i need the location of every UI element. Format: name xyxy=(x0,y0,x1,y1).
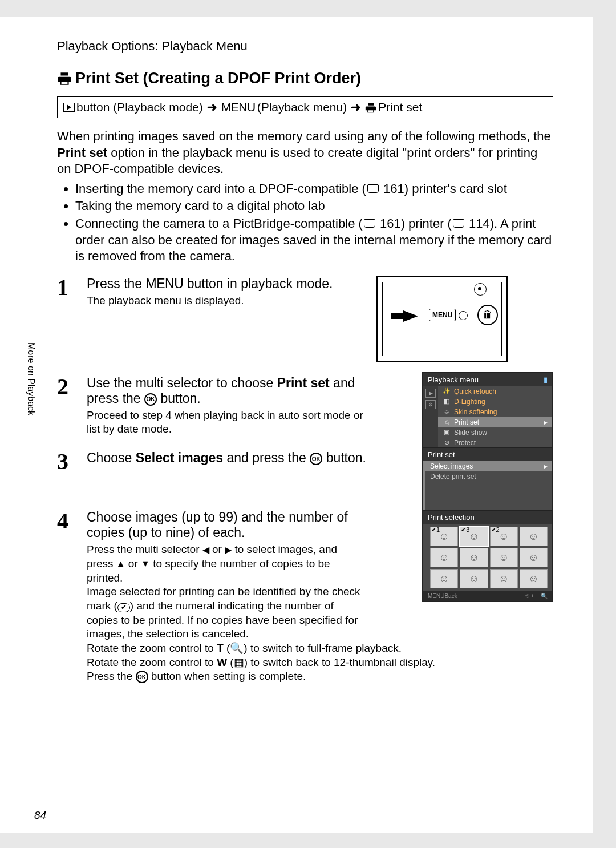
breadcrumb-part-3: (Playback menu) xyxy=(257,100,347,114)
thumbnail: ✔1☺ xyxy=(430,527,458,546)
checkmark-icon: ✔ xyxy=(117,603,130,612)
lcd-item-skin-softening: ☺Skin softening xyxy=(438,407,552,417)
book-icon xyxy=(364,219,375,228)
manual-page: Playback Options: Playback Menu Print Se… xyxy=(0,17,593,833)
lcd-item-quick-retouch: ✨Quick retouch xyxy=(438,386,552,397)
up-triangle-icon: ▲ xyxy=(116,558,125,570)
left-triangle-icon: ◀ xyxy=(202,544,209,556)
step-4: 4 Choose images (up to 99) and the numbe… xyxy=(57,510,553,684)
lcd-header: Print set xyxy=(423,448,552,461)
scrollbar-icon: ▮ xyxy=(544,375,548,384)
lcd-item-protect: ⊘Protect xyxy=(438,438,552,448)
slideshow-icon: ▣ xyxy=(443,429,451,436)
protect-icon: ⊘ xyxy=(443,439,451,446)
thumbnail: ☺ xyxy=(430,569,458,588)
thumbnail: ☺ xyxy=(490,548,518,567)
step-2: 2 Use the multi selector to choose Print… xyxy=(57,375,553,437)
section-title: Print Set (Creating a DPOF Print Order) xyxy=(57,70,553,87)
lcd-tab-playback: ▶ xyxy=(425,389,436,398)
step-1-title: Press the MENU button in playback mode. xyxy=(87,276,366,292)
breadcrumb-part-4: Print set xyxy=(378,100,422,114)
step-4-title: Choose images (up to 99) and the number … xyxy=(87,510,366,540)
trash-icon: 🗑 xyxy=(477,305,498,325)
ok-icon: OK xyxy=(144,393,157,406)
step-number: 4 xyxy=(57,510,76,684)
step-number: 1 xyxy=(57,276,76,362)
arrow-icon xyxy=(403,310,418,322)
lcd-item-select-images: Select images▸ xyxy=(425,461,552,471)
arrow-icon: ➜ xyxy=(348,100,363,114)
step-4-sub-3: Rotate the zoom control to T (🔍) to swit… xyxy=(87,641,553,656)
step-2-title: Use the multi selector to choose Print s… xyxy=(87,375,366,406)
thumbnail: ☺ xyxy=(460,569,488,588)
lcd-item-print-set: ⎙Print set▸ xyxy=(438,417,552,427)
print-icon-small xyxy=(365,100,376,114)
skin-icon: ☺ xyxy=(443,409,451,415)
lcd-playback-menu: Playback menu ▮ ▶ ⚙ ✨Quick retouch ◧D-Li… xyxy=(422,372,553,459)
step-4-sub-2: Image selected for printing can be ident… xyxy=(87,585,366,641)
thumbnail: ☺ xyxy=(520,569,548,588)
bullet-3: Connecting the camera to a PictBridge-co… xyxy=(75,216,553,265)
lcd-tab-setup: ⚙ xyxy=(425,400,436,409)
camera-diagram: MENU 🗑 xyxy=(376,276,508,362)
step-1-sub: The playback menu is displayed. xyxy=(87,294,366,308)
step-1: 1 Press the MENU button in playback mode… xyxy=(57,276,553,362)
step-number: 2 xyxy=(57,375,76,437)
lcd-item-d-lighting: ◧D-Lighting xyxy=(438,397,552,407)
breadcrumb-part-1: button (Playback mode) xyxy=(76,100,203,114)
thumbnail: ☺ xyxy=(460,548,488,567)
step-3: 3 Choose Select images and press the OK … xyxy=(57,450,553,473)
thumbnail-grid: ✔1☺ ✔3☺ ✔2☺ ☺ ☺ ☺ ☺ ☺ ☺ ☺ ☺ ☺ xyxy=(423,524,552,591)
thumbnail: ☺ xyxy=(520,548,548,567)
bullet-1: Inserting the memory card into a DPOF-co… xyxy=(75,181,553,197)
menu-button-diagram: MENU xyxy=(429,309,456,321)
print-icon xyxy=(57,71,72,86)
breadcrumb: button (Playback mode) ➜ MENU (Playback … xyxy=(57,96,553,118)
lcd-item-slide-show: ▣Slide show xyxy=(438,427,552,438)
right-triangle-icon: ▶ xyxy=(225,544,232,556)
lcd-header: Print selection xyxy=(423,511,552,524)
step-4-sub-1: Press the multi selector ◀ or ▶ to selec… xyxy=(87,543,366,585)
step-number: 3 xyxy=(57,450,76,473)
playback-icon xyxy=(63,103,75,112)
d-lighting-icon: ◧ xyxy=(443,398,451,405)
thumbnail: ☺ xyxy=(430,548,458,567)
intro-paragraph: When printing images saved on the memory… xyxy=(57,128,553,177)
step-4-sub-5: Press the OK button when setting is comp… xyxy=(87,669,553,684)
breadcrumb-menu: MENU xyxy=(221,100,256,114)
print-icon: ⎙ xyxy=(443,419,451,426)
book-icon xyxy=(453,219,464,228)
thumbnail: ☺ xyxy=(490,569,518,588)
lcd-footer: MENUBack ⟲ + − 🔍 xyxy=(423,591,552,601)
thumbnail-icon: ▦ xyxy=(234,656,244,668)
down-triangle-icon: ▼ xyxy=(141,558,150,570)
ok-icon: OK xyxy=(136,671,148,683)
page-number: 84 xyxy=(34,809,46,822)
lcd-header: Playback menu ▮ xyxy=(423,373,552,386)
page-header: Playback Options: Playback Menu xyxy=(57,39,553,54)
ok-icon: OK xyxy=(310,453,322,465)
arrow-icon: ➜ xyxy=(205,100,220,114)
thumbnail: ✔2☺ xyxy=(490,527,518,546)
side-margin-label: More on Playback xyxy=(26,342,36,415)
lcd-print-selection: Print selection ✔1☺ ✔3☺ ✔2☺ ☺ ☺ ☺ ☺ ☺ ☺ … xyxy=(422,510,553,602)
led-icon xyxy=(474,283,487,296)
thumbnail-selected: ✔3☺ xyxy=(460,527,488,546)
zoom-controls-label: ⟲ + − 🔍 xyxy=(525,593,548,599)
step-3-title: Choose Select images and press the OK bu… xyxy=(87,450,366,466)
section-title-text: Print Set (Creating a DPOF Print Order) xyxy=(75,70,361,87)
thumbnail: ☺ xyxy=(520,527,548,546)
lcd-item-delete-print-set: Delete print set xyxy=(425,471,552,482)
book-icon xyxy=(367,184,379,193)
step-2-sub: Proceed to step 4 when playing back in a… xyxy=(87,409,366,437)
intro-bullets: Inserting the memory card into a DPOF-co… xyxy=(57,181,553,265)
retouch-icon: ✨ xyxy=(443,387,451,395)
bullet-2: Taking the memory card to a digital phot… xyxy=(75,198,553,215)
magnify-icon: 🔍 xyxy=(230,642,244,654)
step-4-sub-4: Rotate the zoom control to W (▦) to swit… xyxy=(87,656,553,670)
